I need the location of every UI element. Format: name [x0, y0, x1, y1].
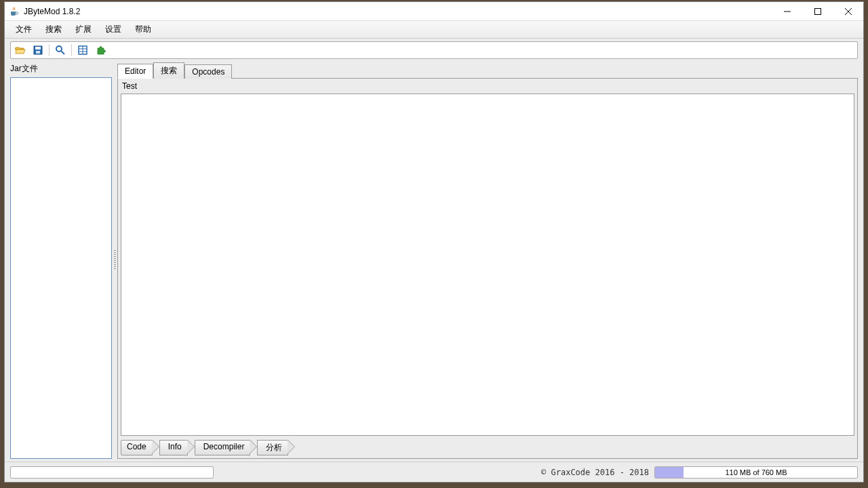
- minimize-button[interactable]: [772, 2, 802, 21]
- menu-extensions[interactable]: 扩展: [68, 22, 98, 37]
- content-label: Test: [119, 80, 856, 92]
- crumb-info[interactable]: Info: [159, 440, 188, 455]
- table-icon: [77, 45, 88, 56]
- menu-file[interactable]: 文件: [9, 22, 39, 37]
- search-icon: [55, 45, 66, 56]
- memory-text: 110 MB of 760 MB: [655, 467, 857, 478]
- svg-rect-1: [814, 8, 821, 14]
- sidebar-label: Jar文件: [10, 62, 112, 77]
- svg-point-7: [56, 46, 62, 52]
- search-button[interactable]: [54, 43, 67, 57]
- tab-bar: Editor 搜索 Opcodes: [117, 62, 858, 78]
- maximize-button[interactable]: [802, 2, 833, 21]
- main-body: Jar文件 Editor 搜索 Opcodes Test Code Info D…: [5, 62, 863, 462]
- puzzle-icon: [95, 45, 106, 56]
- java-icon: [9, 6, 20, 17]
- content-box: Test Code Info Decompiler 分析: [117, 78, 858, 459]
- tab-opcodes[interactable]: Opcodes: [184, 64, 232, 79]
- table-button[interactable]: [76, 43, 90, 57]
- memory-bar: 110 MB of 760 MB: [654, 466, 858, 479]
- svg-rect-5: [35, 47, 41, 49]
- jar-tree[interactable]: [10, 77, 112, 459]
- titlebar[interactable]: JByteMod 1.8.2: [5, 2, 863, 21]
- save-button[interactable]: [31, 43, 45, 57]
- splitter[interactable]: [112, 62, 117, 459]
- app-window: JByteMod 1.8.2 文件 搜索 扩展 设置 帮助: [4, 1, 864, 483]
- toolbar-separator: [49, 44, 50, 56]
- crumb-code[interactable]: Code: [121, 440, 153, 455]
- sidebar: Jar文件: [10, 62, 112, 459]
- editor-panel: Editor 搜索 Opcodes Test Code Info Decompi…: [117, 62, 858, 459]
- tab-editor[interactable]: Editor: [117, 64, 153, 79]
- menu-help[interactable]: 帮助: [128, 22, 158, 37]
- editor-area[interactable]: [121, 94, 854, 436]
- copyright-label: © GraxCode 2016 - 2018: [541, 468, 649, 477]
- tab-search[interactable]: 搜索: [153, 62, 184, 79]
- crumb-analysis[interactable]: 分析: [257, 440, 288, 455]
- crumb-decompiler[interactable]: Decompiler: [195, 440, 251, 455]
- toolbar-separator: [71, 44, 72, 56]
- svg-line-8: [61, 51, 64, 54]
- open-button[interactable]: [14, 43, 27, 57]
- close-button[interactable]: [833, 2, 863, 21]
- menubar: 文件 搜索 扩展 设置 帮助: [5, 21, 863, 39]
- save-icon: [33, 45, 43, 56]
- menu-settings[interactable]: 设置: [98, 22, 128, 37]
- toolbar-container: [5, 39, 863, 62]
- breadcrumb: Code Info Decompiler 分析: [119, 437, 856, 457]
- svg-rect-6: [36, 51, 40, 54]
- plugin-button[interactable]: [94, 43, 107, 57]
- folder-open-icon: [15, 45, 26, 56]
- toolbar: [10, 41, 858, 59]
- menu-search[interactable]: 搜索: [39, 22, 68, 37]
- progress-bar: [10, 466, 214, 479]
- statusbar: © GraxCode 2016 - 2018 110 MB of 760 MB: [5, 462, 863, 482]
- window-title: JByteMod 1.8.2: [24, 7, 80, 16]
